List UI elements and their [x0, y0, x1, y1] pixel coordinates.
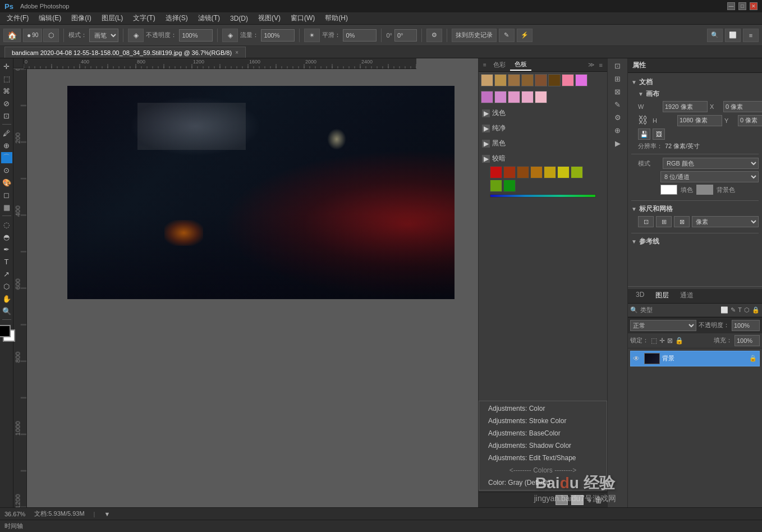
history-button[interactable]: 抹到历史记录: [452, 29, 497, 42]
flow-button[interactable]: ◈: [222, 29, 238, 42]
panel-icon-4[interactable]: ✎: [613, 99, 622, 110]
opacity-layer-input[interactable]: [732, 320, 760, 331]
swatch-group-pure-header[interactable]: ▶ 纯净: [481, 122, 605, 135]
blur-tool[interactable]: ◌: [1, 219, 12, 230]
dark-swatch-4[interactable]: [530, 166, 543, 178]
layer-type-text[interactable]: T: [738, 306, 742, 314]
color-tab[interactable]: 色彩: [489, 59, 510, 70]
document-tab[interactable]: bandicam 2020-04-08 12-55-18-158.00_08_3…: [4, 47, 246, 58]
tab-channels[interactable]: 通道: [674, 289, 699, 303]
swatch-color[interactable]: [508, 74, 520, 86]
dark-swatch-2[interactable]: [503, 166, 516, 178]
select-tool[interactable]: ⊘: [1, 98, 12, 109]
grid-icon-btn[interactable]: ⊞: [656, 216, 672, 227]
swatch-color[interactable]: [535, 74, 547, 86]
canvas-section-title[interactable]: ▼ 画布: [631, 88, 759, 100]
dark-swatch-8[interactable]: [490, 180, 502, 192]
swatch-color[interactable]: [481, 74, 493, 86]
swatch-group-light-header[interactable]: ▶ 浅色: [481, 107, 605, 120]
w-input[interactable]: [663, 101, 708, 112]
swatch-color[interactable]: [562, 74, 574, 86]
panel-icon-5[interactable]: ⚙: [613, 112, 622, 123]
ruler-icon-btn[interactable]: ⊡: [638, 216, 654, 227]
lock-all-icon[interactable]: 🔒: [675, 337, 683, 345]
mode-prop-select[interactable]: RGB 颜色: [663, 158, 759, 169]
menu-filter[interactable]: 滤镜(T): [194, 12, 224, 24]
panel-icon-6[interactable]: ⊕: [613, 125, 622, 136]
opacity-input[interactable]: [179, 29, 213, 42]
swatch-color[interactable]: [535, 91, 547, 103]
hand-tool[interactable]: ✋: [1, 293, 12, 304]
gradient-tool[interactable]: ▦: [1, 201, 12, 213]
guide-section-title[interactable]: ▼ 参考线: [631, 236, 759, 247]
snap-icon-btn[interactable]: ⊠: [674, 216, 690, 227]
close-button[interactable]: ✕: [750, 2, 758, 10]
flow-input[interactable]: [261, 29, 295, 42]
dark-swatch-3[interactable]: [517, 166, 529, 178]
angle-input[interactable]: [394, 29, 417, 42]
titlebar-controls[interactable]: — □ ✕: [727, 2, 758, 10]
maximize-button[interactable]: □: [738, 2, 746, 10]
swatch-group-dark-header[interactable]: ▶ 较暗: [481, 152, 605, 165]
lock-move-icon[interactable]: ✛: [659, 337, 665, 345]
eraser-tool[interactable]: ◻: [1, 189, 12, 200]
menu-select[interactable]: 选择(S): [161, 12, 192, 24]
y-input[interactable]: [738, 115, 762, 126]
swatch-group-black-header[interactable]: ▶ 黑色: [481, 137, 605, 150]
dark-swatch-9[interactable]: [503, 180, 516, 192]
pen-tool[interactable]: ✒: [1, 244, 12, 255]
crop-tool[interactable]: ⊡: [1, 110, 12, 121]
history-icon[interactable]: ✎: [499, 29, 515, 42]
depth-select[interactable]: 8 位/通道: [660, 171, 759, 182]
swatch-color[interactable]: [508, 91, 520, 103]
menu-file[interactable]: 文件(F): [2, 12, 33, 24]
fg-bg-colors[interactable]: [0, 325, 15, 342]
zoom-tool[interactable]: 🔍: [1, 305, 12, 317]
menu-window[interactable]: 窗口(W): [286, 12, 319, 24]
menu-text[interactable]: 文字(T): [128, 12, 159, 24]
add-swatch-button[interactable]: +: [587, 496, 591, 505]
save-icon-btn[interactable]: 💾: [638, 129, 650, 140]
canvas-icon-btn[interactable]: 🖼: [653, 129, 665, 140]
ctx-adjustments-color[interactable]: Adjustments: Color: [479, 402, 607, 415]
lock-artboard-icon[interactable]: ⊠: [667, 337, 673, 345]
swatch-color[interactable]: [575, 74, 587, 86]
tab-close-button[interactable]: ×: [235, 49, 238, 56]
menu-edit[interactable]: 编辑(E): [34, 12, 66, 24]
bg-color-box[interactable]: [696, 185, 713, 195]
ctx-gray-default[interactable]: Color: Gray (Default): [479, 476, 607, 489]
swatch-color[interactable]: [548, 74, 561, 86]
search-button[interactable]: 🔍: [707, 29, 723, 42]
tab-3d[interactable]: 3D: [630, 289, 650, 303]
brush-angle-button[interactable]: ⬡: [43, 29, 59, 42]
delete-swatch-button[interactable]: 🗑: [595, 496, 603, 505]
marquee-tool[interactable]: ⬚: [1, 73, 12, 84]
x-input[interactable]: [723, 101, 762, 112]
panel-icon-3[interactable]: ⊠: [613, 86, 622, 97]
layer-type-pixel[interactable]: ⬜: [720, 306, 728, 314]
smooth-button[interactable]: ✴: [304, 29, 320, 42]
lock-pixel-icon[interactable]: ⬚: [651, 337, 657, 345]
panel-icon-2[interactable]: ⊞: [613, 74, 622, 84]
view-button[interactable]: ⬜: [725, 29, 741, 42]
move-tool[interactable]: ✛: [1, 61, 12, 72]
layer-type-shape[interactable]: ⬡: [744, 306, 750, 314]
clone-tool[interactable]: ⊙: [1, 164, 12, 176]
grid-section-title[interactable]: ▼ 标尺和网格: [631, 203, 759, 215]
smooth-input[interactable]: [343, 29, 377, 42]
dodge-tool[interactable]: ◓: [1, 231, 12, 242]
menu-image[interactable]: 图像(I): [67, 12, 95, 24]
layer-visibility-eye[interactable]: 👁: [633, 355, 642, 363]
extra-icon[interactable]: ⚡: [517, 29, 533, 42]
doc-section-title[interactable]: ▼ 文档: [631, 76, 759, 88]
settings-button[interactable]: ⚙: [426, 29, 442, 42]
eyedropper-tool[interactable]: 🖉: [1, 127, 12, 139]
dark-swatch-6[interactable]: [557, 166, 570, 178]
swatch-color[interactable]: [494, 91, 507, 103]
fill-layer-input[interactable]: [735, 335, 760, 346]
brush-picker-button[interactable]: ● 90: [23, 29, 42, 42]
text-tool[interactable]: T: [1, 256, 12, 267]
swatches-menu-btn[interactable]: ≫: [586, 61, 597, 68]
swatches-tab[interactable]: 色板: [510, 59, 531, 71]
brush-tool[interactable]: ⌒: [1, 152, 12, 163]
